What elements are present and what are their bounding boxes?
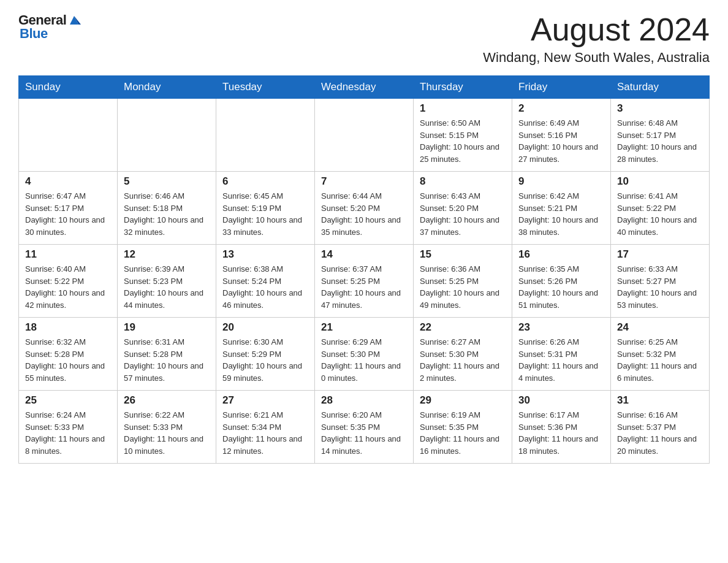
day-number: 5 [124,175,210,188]
day-number: 9 [518,175,604,188]
calendar-cell: 26Sunrise: 6:22 AMSunset: 5:33 PMDayligh… [118,391,216,464]
day-info: Sunrise: 6:19 AMSunset: 5:35 PMDaylight:… [420,409,506,457]
day-number: 12 [124,248,210,261]
weekday-header-thursday: Thursday [414,76,512,99]
day-number: 13 [222,248,308,261]
day-info: Sunrise: 6:30 AMSunset: 5:29 PMDaylight:… [222,336,308,384]
calendar-cell [315,99,414,172]
day-info: Sunrise: 6:17 AMSunset: 5:36 PMDaylight:… [518,409,604,457]
calendar-cell: 25Sunrise: 6:24 AMSunset: 5:33 PMDayligh… [19,391,118,464]
calendar-table: SundayMondayTuesdayWednesdayThursdayFrid… [18,75,710,464]
day-info: Sunrise: 6:42 AMSunset: 5:21 PMDaylight:… [518,190,604,238]
weekday-header-row: SundayMondayTuesdayWednesdayThursdayFrid… [19,76,710,99]
day-info: Sunrise: 6:32 AMSunset: 5:28 PMDaylight:… [25,336,111,384]
calendar-cell: 15Sunrise: 6:36 AMSunset: 5:25 PMDayligh… [414,245,512,318]
day-number: 21 [321,321,407,334]
calendar-cell: 17Sunrise: 6:33 AMSunset: 5:27 PMDayligh… [611,245,710,318]
day-number: 10 [617,175,703,188]
title-area: August 2024 Windang, New South Wales, Au… [483,12,710,66]
calendar-week-row: 4Sunrise: 6:47 AMSunset: 5:17 PMDaylight… [19,172,710,245]
calendar-cell: 5Sunrise: 6:46 AMSunset: 5:18 PMDaylight… [118,172,216,245]
day-info: Sunrise: 6:37 AMSunset: 5:25 PMDaylight:… [321,263,407,311]
day-number: 8 [420,175,506,188]
day-info: Sunrise: 6:31 AMSunset: 5:28 PMDaylight:… [124,336,210,384]
calendar-cell: 14Sunrise: 6:37 AMSunset: 5:25 PMDayligh… [315,245,414,318]
calendar-cell: 12Sunrise: 6:39 AMSunset: 5:23 PMDayligh… [118,245,216,318]
calendar-week-row: 11Sunrise: 6:40 AMSunset: 5:22 PMDayligh… [19,245,710,318]
calendar-cell: 2Sunrise: 6:49 AMSunset: 5:16 PMDaylight… [512,99,611,172]
day-number: 7 [321,175,407,188]
day-info: Sunrise: 6:44 AMSunset: 5:20 PMDaylight:… [321,190,407,238]
weekday-header-tuesday: Tuesday [216,76,315,99]
weekday-header-wednesday: Wednesday [315,76,414,99]
calendar-week-row: 18Sunrise: 6:32 AMSunset: 5:28 PMDayligh… [19,318,710,391]
day-info: Sunrise: 6:48 AMSunset: 5:17 PMDaylight:… [617,117,703,165]
day-info: Sunrise: 6:27 AMSunset: 5:30 PMDaylight:… [420,336,506,384]
page-header: General Blue August 2024 Windang, New So… [18,12,710,66]
day-number: 18 [25,321,111,334]
logo-triangle-icon [67,13,81,27]
day-number: 6 [222,175,308,188]
calendar-cell [19,99,118,172]
day-info: Sunrise: 6:49 AMSunset: 5:16 PMDaylight:… [518,117,604,165]
month-title: August 2024 [483,12,710,47]
weekday-header-friday: Friday [512,76,611,99]
day-info: Sunrise: 6:41 AMSunset: 5:22 PMDaylight:… [617,190,703,238]
day-info: Sunrise: 6:33 AMSunset: 5:27 PMDaylight:… [617,263,703,311]
calendar-cell: 29Sunrise: 6:19 AMSunset: 5:35 PMDayligh… [414,391,512,464]
calendar-cell: 3Sunrise: 6:48 AMSunset: 5:17 PMDaylight… [611,99,710,172]
day-number: 1 [420,102,506,115]
calendar-cell: 22Sunrise: 6:27 AMSunset: 5:30 PMDayligh… [414,318,512,391]
day-number: 30 [518,394,604,407]
day-number: 20 [222,321,308,334]
day-number: 24 [617,321,703,334]
day-info: Sunrise: 6:22 AMSunset: 5:33 PMDaylight:… [124,409,210,457]
day-number: 15 [420,248,506,261]
weekday-header-sunday: Sunday [19,76,118,99]
calendar-cell: 30Sunrise: 6:17 AMSunset: 5:36 PMDayligh… [512,391,611,464]
calendar-cell: 27Sunrise: 6:21 AMSunset: 5:34 PMDayligh… [216,391,315,464]
day-number: 16 [518,248,604,261]
day-number: 28 [321,394,407,407]
calendar-cell: 13Sunrise: 6:38 AMSunset: 5:24 PMDayligh… [216,245,315,318]
calendar-cell: 31Sunrise: 6:16 AMSunset: 5:37 PMDayligh… [611,391,710,464]
calendar-cell: 28Sunrise: 6:20 AMSunset: 5:35 PMDayligh… [315,391,414,464]
calendar-cell: 9Sunrise: 6:42 AMSunset: 5:21 PMDaylight… [512,172,611,245]
calendar-cell: 11Sunrise: 6:40 AMSunset: 5:22 PMDayligh… [19,245,118,318]
day-number: 31 [617,394,703,407]
day-info: Sunrise: 6:43 AMSunset: 5:20 PMDaylight:… [420,190,506,238]
day-info: Sunrise: 6:45 AMSunset: 5:19 PMDaylight:… [222,190,308,238]
day-number: 23 [518,321,604,334]
calendar-cell: 8Sunrise: 6:43 AMSunset: 5:20 PMDaylight… [414,172,512,245]
calendar-week-row: 25Sunrise: 6:24 AMSunset: 5:33 PMDayligh… [19,391,710,464]
calendar-cell: 10Sunrise: 6:41 AMSunset: 5:22 PMDayligh… [611,172,710,245]
day-info: Sunrise: 6:16 AMSunset: 5:37 PMDaylight:… [617,409,703,457]
day-number: 2 [518,102,604,115]
day-info: Sunrise: 6:21 AMSunset: 5:34 PMDaylight:… [222,409,308,457]
day-number: 4 [25,175,111,188]
calendar-cell: 16Sunrise: 6:35 AMSunset: 5:26 PMDayligh… [512,245,611,318]
calendar-cell: 21Sunrise: 6:29 AMSunset: 5:30 PMDayligh… [315,318,414,391]
calendar-cell: 23Sunrise: 6:26 AMSunset: 5:31 PMDayligh… [512,318,611,391]
day-info: Sunrise: 6:46 AMSunset: 5:18 PMDaylight:… [124,190,210,238]
day-number: 22 [420,321,506,334]
calendar-cell: 6Sunrise: 6:45 AMSunset: 5:19 PMDaylight… [216,172,315,245]
day-info: Sunrise: 6:35 AMSunset: 5:26 PMDaylight:… [518,263,604,311]
day-info: Sunrise: 6:20 AMSunset: 5:35 PMDaylight:… [321,409,407,457]
day-info: Sunrise: 6:50 AMSunset: 5:15 PMDaylight:… [420,117,506,165]
calendar-cell: 1Sunrise: 6:50 AMSunset: 5:15 PMDaylight… [414,99,512,172]
day-info: Sunrise: 6:36 AMSunset: 5:25 PMDaylight:… [420,263,506,311]
calendar-cell: 24Sunrise: 6:25 AMSunset: 5:32 PMDayligh… [611,318,710,391]
logo: General Blue [18,12,81,42]
calendar-cell [118,99,216,172]
calendar-cell: 19Sunrise: 6:31 AMSunset: 5:28 PMDayligh… [118,318,216,391]
day-number: 27 [222,394,308,407]
day-info: Sunrise: 6:38 AMSunset: 5:24 PMDaylight:… [222,263,308,311]
day-info: Sunrise: 6:26 AMSunset: 5:31 PMDaylight:… [518,336,604,384]
day-number: 29 [420,394,506,407]
day-number: 3 [617,102,703,115]
day-info: Sunrise: 6:47 AMSunset: 5:17 PMDaylight:… [25,190,111,238]
day-number: 26 [124,394,210,407]
calendar-week-row: 1Sunrise: 6:50 AMSunset: 5:15 PMDaylight… [19,99,710,172]
location-title: Windang, New South Wales, Australia [483,50,710,66]
